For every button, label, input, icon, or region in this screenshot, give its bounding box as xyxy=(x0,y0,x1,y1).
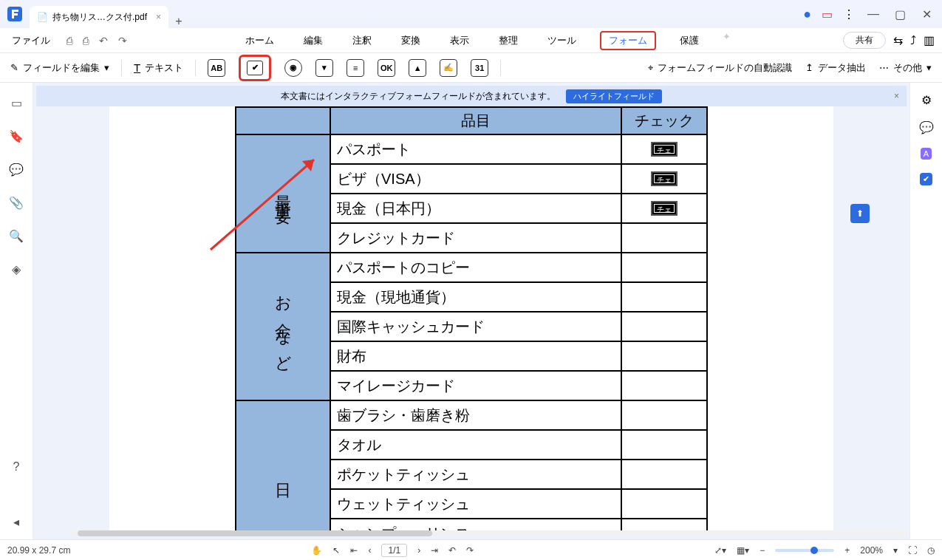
hand-tool-icon[interactable]: ✋ xyxy=(311,545,322,556)
more-options-button[interactable]: ⋯ その他 ▾ xyxy=(879,61,932,75)
maximize-button[interactable]: ▢ xyxy=(892,7,908,21)
document-viewport[interactable]: 品目 チェック 最重要パスポートチェビザ（VISA）チェ現金（日本円）チェクレジ… xyxy=(33,106,909,530)
list-field-icon[interactable]: ≡ xyxy=(347,59,364,77)
share-button[interactable]: 共有 xyxy=(843,32,886,49)
check-cell[interactable] xyxy=(621,371,707,400)
translate-icon[interactable]: A xyxy=(921,148,932,160)
check-cell[interactable] xyxy=(621,489,707,519)
close-tab-icon[interactable]: × xyxy=(156,12,161,22)
print-icon[interactable]: ⎙ xyxy=(83,35,89,47)
collapse-left-icon[interactable]: ◂ xyxy=(13,515,19,529)
auto-detect-button[interactable]: ⌖ フォームフィールドの自動認識 xyxy=(648,61,792,75)
form-toolbar: ✎ フィールドを編集 ▾ T テキスト AB ✔ ◉ ▾ ≡ OK ▲ ✍ 31… xyxy=(0,53,942,83)
tab-convert[interactable]: 変換 xyxy=(395,31,426,50)
item-name-cell: 国際キャッシュカード xyxy=(330,312,621,341)
prev-page-icon[interactable]: ‹ xyxy=(368,545,371,556)
search-icon[interactable]: 🔍 xyxy=(9,229,24,243)
tab-edit[interactable]: 編集 xyxy=(298,31,329,50)
layers-icon[interactable]: ◈ xyxy=(12,262,21,276)
panel-icon[interactable]: ▥ xyxy=(924,33,935,47)
check-cell[interactable] xyxy=(621,460,707,489)
edit-fields-button[interactable]: ✎ フィールドを編集 ▾ xyxy=(10,61,109,75)
file-menu[interactable]: ファイル xyxy=(7,33,55,49)
next-page-icon[interactable]: › xyxy=(417,545,420,556)
horizontal-scrollbar[interactable] xyxy=(70,530,907,536)
checkbox-field[interactable]: チェ xyxy=(651,171,678,186)
radio-field-icon[interactable]: ◉ xyxy=(284,59,302,77)
info-bar: 本文書にはインタラクティブフォームフィールドが含まれています。 ハイライトフィー… xyxy=(36,86,907,106)
highlight-fields-button[interactable]: ハイライトフィールド xyxy=(566,89,662,103)
fullscreen-icon[interactable]: ⛶ xyxy=(908,545,917,556)
thumbnails-icon[interactable]: ▭ xyxy=(11,96,22,110)
cloud-icon[interactable]: ● xyxy=(803,7,811,22)
more-icon[interactable]: ⋮ xyxy=(843,7,855,21)
text-label: テキスト xyxy=(145,61,183,75)
sparkle-icon[interactable]: ✦ xyxy=(723,31,731,50)
zoom-slider[interactable] xyxy=(775,549,834,552)
document-tab[interactable]: 📄 持ち物リス…クス付.pdf × xyxy=(30,6,168,28)
check-cell[interactable] xyxy=(621,282,707,312)
checkbox-field[interactable]: チェ xyxy=(651,201,678,216)
ai-chat-icon[interactable]: 💬 xyxy=(919,120,934,134)
textbox-field-icon[interactable]: AB xyxy=(208,59,225,77)
data-extract-button[interactable]: ↥ データ抽出 xyxy=(805,61,866,75)
zoom-level[interactable]: 200% xyxy=(860,545,883,556)
tab-form[interactable]: フォーム xyxy=(600,31,656,50)
comments-icon[interactable]: 💬 xyxy=(9,163,24,177)
last-page-icon[interactable]: ⇥ xyxy=(431,545,438,556)
check-cell[interactable] xyxy=(621,519,707,530)
image-field-icon[interactable]: ▲ xyxy=(409,59,426,77)
close-infobar-icon[interactable]: × xyxy=(894,91,899,101)
tab-annotate[interactable]: 注釈 xyxy=(347,31,378,50)
redo-icon[interactable]: ↷ xyxy=(118,35,127,47)
rotate-left-icon[interactable]: ↶ xyxy=(448,545,456,556)
reading-mode-icon[interactable]: ◷ xyxy=(927,545,935,556)
checklist-table: 品目 チェック 最重要パスポートチェビザ（VISA）チェ現金（日本円）チェクレジ… xyxy=(235,106,708,530)
check-cell[interactable] xyxy=(621,430,707,460)
save-icon[interactable]: ⎙ xyxy=(66,35,72,47)
settings-icon[interactable]: ⚙ xyxy=(921,93,932,107)
undo-icon[interactable]: ↶ xyxy=(99,35,108,47)
tab-arrange[interactable]: 整理 xyxy=(493,31,524,50)
check-cell[interactable] xyxy=(621,312,707,341)
tab-view[interactable]: 表示 xyxy=(444,31,475,50)
rotate-right-icon[interactable]: ↷ xyxy=(466,545,474,556)
attachments-icon[interactable]: 📎 xyxy=(9,196,24,210)
close-window-button[interactable]: ✕ xyxy=(918,7,935,21)
date-field-icon[interactable]: 31 xyxy=(471,59,488,77)
scroll-top-button[interactable]: ⬆ xyxy=(850,204,870,223)
check-cell[interactable] xyxy=(621,341,707,371)
chevron-down-icon[interactable]: ▾ xyxy=(893,545,898,556)
tab-protect[interactable]: 保護 xyxy=(674,31,705,50)
check-icon[interactable]: ✔ xyxy=(920,173,932,185)
checkbox-field[interactable]: チェ xyxy=(651,142,678,157)
check-cell[interactable] xyxy=(621,400,707,430)
minimize-button[interactable]: — xyxy=(865,7,881,21)
check-cell[interactable]: チェ xyxy=(621,134,707,164)
zoom-in-icon[interactable]: + xyxy=(844,545,850,556)
view-mode-icon[interactable]: ▦▾ xyxy=(737,545,749,556)
check-cell[interactable] xyxy=(621,223,707,253)
bookmarks-icon[interactable]: 🔖 xyxy=(9,129,24,143)
notify-icon[interactable]: ▭ xyxy=(822,7,833,21)
check-cell[interactable]: チェ xyxy=(621,194,707,223)
signature-field-icon[interactable]: ✍ xyxy=(440,59,457,77)
check-cell[interactable] xyxy=(621,253,707,282)
check-cell[interactable]: チェ xyxy=(621,164,707,194)
button-field-icon[interactable]: OK xyxy=(378,59,395,77)
checkbox-field-icon[interactable]: ✔ xyxy=(239,55,271,81)
text-field-button[interactable]: T テキスト xyxy=(134,61,183,75)
tab-home[interactable]: ホーム xyxy=(239,31,280,50)
fit-page-icon[interactable]: ⤢▾ xyxy=(714,545,726,556)
item-name-cell: 現金（日本円） xyxy=(330,194,621,223)
dropdown-field-icon[interactable]: ▾ xyxy=(315,59,333,77)
item-name-cell: マイレージカード xyxy=(330,371,621,400)
tab-tools[interactable]: ツール xyxy=(542,31,582,50)
first-page-icon[interactable]: ⇤ xyxy=(350,545,358,556)
link-icon[interactable]: ⇆ xyxy=(893,33,903,47)
zoom-out-icon[interactable]: − xyxy=(760,545,765,556)
help-icon[interactable]: ? xyxy=(13,460,20,474)
select-tool-icon[interactable]: ↖ xyxy=(332,545,340,556)
add-tab-button[interactable]: + xyxy=(168,15,189,28)
upload-icon[interactable]: ⤴ xyxy=(910,34,916,47)
